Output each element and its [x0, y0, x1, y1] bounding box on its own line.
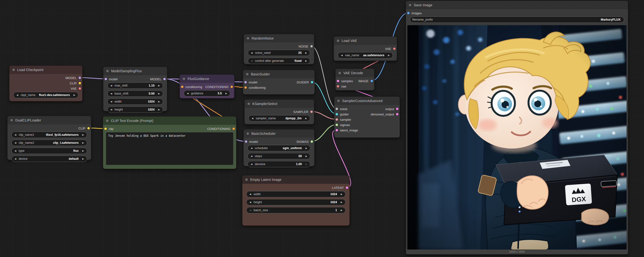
output-dot-IMAGE[interactable] — [370, 80, 373, 82]
widget-denoise[interactable]: ◀denoise1.00▶ — [248, 161, 310, 167]
node-header-sampler_custom_advanced[interactable]: SamplerCustomAdvanced — [334, 97, 400, 105]
output-dot-CONDITIONING[interactable] — [232, 128, 235, 130]
wire[interactable] — [312, 125, 336, 141]
input-dot-clip[interactable] — [104, 128, 107, 130]
prompt-textarea[interactable]: Toy Jensen holding a DGX Spark in a data… — [106, 132, 233, 165]
decrement-arrow-icon[interactable]: ◀ — [250, 52, 253, 54]
decrement-arrow-icon[interactable]: ◀ — [250, 60, 253, 62]
widget-sampler_name[interactable]: ◀sampler_namedpmpp_2m▶ — [248, 115, 310, 121]
increment-arrow-icon[interactable]: ▶ — [82, 142, 85, 144]
widget-clip_name2[interactable]: ◀clip_name2clip_l.safetensors▶ — [12, 140, 87, 146]
node-header-load_checkpoint[interactable]: Load Checkpoint — [10, 66, 82, 74]
output-dot-MODEL[interactable] — [78, 77, 81, 79]
increment-arrow-icon[interactable]: ▶ — [82, 158, 85, 160]
node-header-random_noise[interactable]: RandomNoise — [244, 34, 314, 42]
decrement-arrow-icon[interactable]: ◀ — [249, 201, 252, 203]
output-dot-MODEL[interactable] — [163, 78, 166, 80]
node-header-clip_text_encode[interactable]: CLIP Text Encode (Prompt) — [103, 117, 236, 125]
decrement-arrow-icon[interactable]: ◀ — [110, 101, 113, 103]
increment-arrow-icon[interactable]: ▶ — [304, 52, 308, 54]
collapse-dot[interactable] — [10, 119, 13, 121]
output-dot-NOISE[interactable] — [310, 45, 313, 47]
input-dot-vae[interactable] — [337, 85, 339, 87]
increment-arrow-icon[interactable]: ▶ — [158, 85, 161, 87]
increment-arrow-icon[interactable]: ▶ — [340, 193, 343, 195]
input-dot-latent_image[interactable] — [336, 129, 338, 131]
widget-batch_size[interactable]: ◀batch_size1▶ — [246, 207, 346, 213]
collapse-dot[interactable] — [245, 178, 248, 181]
widget-type[interactable]: ◀typeflux▶ — [12, 148, 87, 154]
decrement-arrow-icon[interactable]: ◀ — [110, 85, 113, 87]
widget-filename_prefix[interactable]: filename_prefixMarkuryFLUX — [410, 16, 624, 23]
node-header-vae_decode[interactable]: VAE Decode — [336, 69, 374, 77]
widget-width[interactable]: ◀width1024▶ — [246, 191, 346, 197]
input-dot-model[interactable] — [104, 78, 107, 80]
output-dot-denoised_output[interactable] — [396, 113, 398, 115]
collapse-dot[interactable] — [337, 39, 339, 42]
increment-arrow-icon[interactable]: ▶ — [304, 60, 308, 62]
node-header-flux_guidance[interactable]: FluxGuidance — [180, 75, 234, 83]
collapse-dot[interactable] — [338, 72, 341, 74]
widget-max_shift[interactable]: ◀max_shift1.15▶ — [107, 82, 163, 89]
increment-arrow-icon[interactable]: ▶ — [305, 163, 308, 165]
widget-vae_name[interactable]: ◀vae_nameae.safetensors▶ — [338, 52, 393, 58]
node-graph-canvas[interactable]: Load CheckpointMODELCLIPVAE◀ckpt_nameflu… — [0, 0, 644, 257]
decrement-arrow-icon[interactable]: ◀ — [16, 94, 19, 96]
collapse-dot[interactable] — [246, 132, 249, 135]
widget-clip_name1[interactable]: ◀clip_name1t5xxl_fp16.safetensors▶ — [12, 132, 87, 138]
increment-arrow-icon[interactable]: ▶ — [305, 147, 308, 149]
collapse-dot[interactable] — [409, 4, 411, 6]
decrement-arrow-icon[interactable]: ◀ — [186, 92, 189, 95]
decrement-arrow-icon[interactable]: ◀ — [249, 193, 252, 195]
increment-arrow-icon[interactable]: ▶ — [305, 155, 308, 157]
output-dot-VAE[interactable] — [78, 87, 81, 90]
increment-arrow-icon[interactable]: ▶ — [82, 134, 85, 136]
input-dot-noise[interactable] — [336, 108, 338, 110]
wire[interactable] — [80, 78, 106, 79]
input-dot-guider[interactable] — [336, 113, 338, 115]
increment-arrow-icon[interactable]: ▶ — [158, 93, 161, 95]
output-dot-CONDITIONING[interactable] — [230, 86, 233, 88]
widget-ckpt_name[interactable]: ◀ckpt_nameflux1-dev.safetensors▶ — [13, 92, 78, 98]
node-header-basic_scheduler[interactable]: BasicScheduler — [244, 129, 314, 138]
node-header-ksampler_select[interactable]: KSamplerSelect — [244, 100, 314, 108]
output-dot-VAE[interactable] — [393, 47, 396, 50]
input-dot-sampler[interactable] — [336, 118, 338, 121]
decrement-arrow-icon[interactable]: ◀ — [14, 150, 17, 152]
input-dot-sigmas[interactable] — [336, 124, 338, 126]
widget-control-after-generate[interactable]: ◀control after generatefixed▶ — [248, 58, 310, 64]
widget-height[interactable]: ◀height1024▶ — [107, 106, 163, 113]
widget-guidance[interactable]: ◀guidance3.5▶ — [184, 90, 230, 96]
widget-scheduler[interactable]: ◀schedulersgm_uniform▶ — [248, 145, 310, 151]
node-header-basic_guider[interactable]: BasicGuider — [243, 70, 314, 78]
collapse-dot[interactable] — [248, 103, 250, 105]
decrement-arrow-icon[interactable]: ◀ — [250, 163, 253, 165]
increment-arrow-icon[interactable]: ▶ — [73, 94, 76, 96]
output-dot-CLIP[interactable] — [78, 82, 81, 84]
decrement-arrow-icon[interactable]: ◀ — [251, 117, 254, 120]
widget-base_shift[interactable]: ◀base_shift0.50▶ — [107, 90, 163, 97]
collapse-dot[interactable] — [12, 69, 15, 71]
node-header-save_image[interactable]: Save Image — [406, 1, 628, 9]
output-dot-SAMPLER[interactable] — [310, 111, 313, 113]
input-dot-model[interactable] — [244, 81, 247, 83]
collapse-dot[interactable] — [246, 73, 248, 75]
decrement-arrow-icon[interactable]: ◀ — [110, 93, 113, 95]
decrement-arrow-icon[interactable]: ◀ — [110, 109, 113, 111]
output-dot-output[interactable] — [396, 108, 398, 110]
widget-device[interactable]: ◀devicedefault▶ — [12, 156, 87, 162]
output-dot-SIGMAS[interactable] — [310, 140, 313, 143]
node-header-model_sampling_flux[interactable]: ModelSamplingFlux — [103, 67, 167, 75]
decrement-arrow-icon[interactable]: ◀ — [14, 134, 17, 136]
widget-height[interactable]: ◀height1024▶ — [246, 199, 346, 205]
collapse-dot[interactable] — [337, 100, 340, 102]
input-dot-samples[interactable] — [337, 80, 339, 82]
collapse-dot[interactable] — [247, 37, 249, 39]
increment-arrow-icon[interactable]: ▶ — [387, 54, 390, 56]
increment-arrow-icon[interactable]: ▶ — [340, 201, 343, 203]
increment-arrow-icon[interactable]: ▶ — [158, 101, 161, 103]
input-dot-conditioning[interactable] — [244, 86, 247, 89]
input-dot-images[interactable] — [407, 12, 410, 14]
decrement-arrow-icon[interactable]: ◀ — [14, 142, 17, 144]
collapse-dot[interactable] — [106, 120, 108, 122]
